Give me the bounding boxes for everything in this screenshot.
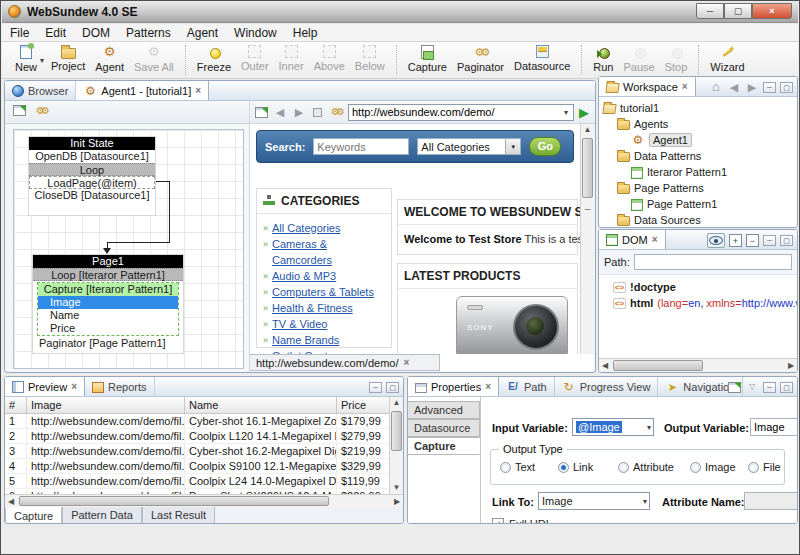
minimize-view-icon[interactable]: ─: [369, 382, 382, 393]
export-view-icon[interactable]: [13, 105, 26, 116]
radio-link[interactable]: Link: [558, 461, 593, 473]
tree-item-tutorial1[interactable]: tutorial1: [603, 100, 797, 116]
side-tab-capture[interactable]: Capture: [408, 437, 480, 455]
open-db-step[interactable]: OpenDB [Datasource1]: [29, 150, 155, 163]
maximize-view-icon[interactable]: ▢: [780, 235, 793, 246]
paginator-button[interactable]: ⚙⚙Paginator: [452, 43, 509, 74]
above-button[interactable]: Above: [309, 43, 350, 73]
table-row[interactable]: 3http://websundew.com/demo/fil...Cyber-s…: [5, 444, 389, 459]
link-to-combo[interactable]: Image ▾: [538, 492, 650, 510]
tab-workspace[interactable]: Workspace ×: [599, 77, 696, 96]
forward-icon[interactable]: ▶: [745, 80, 759, 94]
table-row[interactable]: 5http://websundew.com/demo/fil...Coolpix…: [5, 474, 389, 489]
menu-edit[interactable]: Edit: [37, 24, 74, 42]
capture-row[interactable]: Capture [Iteraror Pattern1]: [38, 283, 178, 296]
tab-browser[interactable]: Browser: [5, 81, 76, 100]
page1-header[interactable]: Page1: [33, 255, 183, 268]
save-all-button[interactable]: ⚙Save All: [129, 43, 179, 74]
path-input[interactable]: [634, 254, 792, 270]
preview-vscrollbar[interactable]: ▲ ▼: [389, 397, 403, 494]
tab-properties[interactable]: Properties ×: [408, 377, 499, 396]
tab-close-icon[interactable]: ×: [652, 234, 658, 245]
select-arrow-icon[interactable]: ▾: [505, 139, 520, 154]
table-row[interactable]: 2http://websundew.com/demo/fil...Coolpix…: [5, 429, 389, 444]
browser-scrollbar[interactable]: ▲ ─: [580, 124, 594, 354]
field-price[interactable]: Price: [38, 322, 178, 335]
url-dropdown-icon[interactable]: ▾: [562, 108, 570, 117]
table-row[interactable]: 4http://websundew.com/demo/fil...Coolpix…: [5, 459, 389, 474]
tab-preview[interactable]: Preview ×: [5, 377, 85, 396]
open-external-icon[interactable]: [255, 107, 268, 118]
agent-diagram[interactable]: Init State OpenDB [Datasource1] Loop Loa…: [13, 129, 244, 369]
inner-button[interactable]: Inner: [274, 43, 309, 73]
table-row[interactable]: 1http://websundew.com/demo/fil...Cyber-s…: [5, 414, 389, 429]
output-variable-input[interactable]: [750, 418, 798, 436]
tree-item-agent1[interactable]: ⚙Agent1: [603, 132, 797, 148]
loop-iterator-row[interactable]: Loop [Iteraror Pattern1]: [33, 268, 183, 281]
page1-block[interactable]: Page1 Loop [Iteraror Pattern1] Capture […: [32, 254, 184, 354]
tab-dom[interactable]: DOM ×: [599, 230, 666, 249]
url-field[interactable]: ▾: [348, 104, 574, 121]
tree-item-page-pattern1[interactable]: Page Pattern1: [603, 196, 797, 212]
capture-button[interactable]: Capture: [403, 43, 452, 74]
radio-attribute[interactable]: Attribute: [618, 461, 674, 473]
status-close-icon[interactable]: ×: [403, 357, 409, 368]
back-icon[interactable]: ◀: [273, 105, 287, 119]
scroll-left-icon[interactable]: ◀: [599, 359, 611, 372]
combo-dropdown-icon[interactable]: ▾: [645, 423, 653, 432]
tree-item-data-sources[interactable]: Data Sources: [603, 212, 797, 228]
run-button[interactable]: Run: [588, 43, 618, 74]
load-page-step[interactable]: LoadPage(@item): [29, 176, 155, 189]
outer-button[interactable]: Outer: [236, 43, 274, 73]
refresh-icon[interactable]: ⚙⚙: [329, 105, 343, 119]
category-link[interactable]: »All Categories: [263, 220, 387, 236]
table-header-row[interactable]: # Image Name Price: [5, 397, 389, 414]
wizard-button[interactable]: Wizard: [705, 43, 749, 74]
maximize-view-icon[interactable]: ▢: [780, 382, 793, 393]
minimize-view-icon[interactable]: ─: [763, 235, 776, 246]
datasource-button[interactable]: Datasource: [509, 43, 575, 73]
tab-progress-view[interactable]: ↻ Progress View: [555, 377, 659, 396]
category-link[interactable]: »TV & Video: [263, 316, 387, 332]
new-button[interactable]: New: [10, 43, 42, 74]
tree-item-iterator-pattern1[interactable]: Iteraror Pattern1: [603, 164, 797, 180]
attribute-name-input[interactable]: [744, 492, 798, 510]
preview-hscrollbar[interactable]: ◀ ▶: [5, 494, 403, 507]
input-variable-combo[interactable]: @Image ▾: [572, 418, 654, 436]
category-link[interactable]: »Name Brands: [263, 332, 387, 348]
menu-patterns[interactable]: Patterns: [118, 24, 179, 42]
browser-status-tab[interactable]: http://websundew.com/demo/ ×: [250, 354, 440, 371]
maximize-button[interactable]: ▢: [724, 3, 752, 19]
category-link[interactable]: »Health & Fitness: [263, 300, 387, 316]
menu-window[interactable]: Window: [226, 24, 285, 42]
full-url-checkbox[interactable]: ✓ Full URL: [492, 518, 552, 524]
minimize-view-icon[interactable]: ─: [763, 82, 776, 93]
menu-help[interactable]: Help: [285, 24, 326, 42]
collapse-all-icon[interactable]: −: [746, 234, 759, 247]
field-name[interactable]: Name: [38, 309, 178, 322]
side-tab-advanced[interactable]: Advanced: [408, 401, 480, 419]
dom-hscrollbar[interactable]: ◀ ▶: [599, 358, 797, 372]
field-image-selected[interactable]: Image: [38, 296, 178, 309]
scroll-down-icon[interactable]: ▼: [390, 482, 403, 494]
tab-reports[interactable]: Reports: [85, 377, 155, 396]
tree-item-agents[interactable]: Agents: [603, 116, 797, 132]
scroll-thumb[interactable]: [582, 138, 593, 198]
highlight-toggle[interactable]: [707, 233, 725, 248]
maximize-view-icon[interactable]: ▢: [780, 82, 793, 93]
scroll-up-icon[interactable]: ▲: [581, 124, 594, 136]
radio-file[interactable]: File: [748, 461, 781, 473]
close-button[interactable]: ×: [752, 3, 792, 19]
go-button[interactable]: Go: [529, 137, 561, 156]
project-button[interactable]: Project: [46, 43, 90, 73]
url-input[interactable]: [352, 106, 562, 118]
side-tab-datasource[interactable]: Datasource: [408, 419, 480, 437]
tab-close-icon[interactable]: ×: [682, 81, 688, 92]
scroll-right-icon[interactable]: ▶: [785, 359, 797, 372]
go-play-icon[interactable]: ▶: [579, 105, 589, 120]
radio-image[interactable]: Image: [690, 461, 736, 473]
radio-text[interactable]: Text: [500, 461, 535, 473]
dom-node-doctype[interactable]: <> !doctype: [613, 279, 797, 295]
category-select[interactable]: All Categories ▾: [417, 138, 521, 155]
close-db-step[interactable]: CloseDB [Datasource1]: [29, 189, 155, 202]
